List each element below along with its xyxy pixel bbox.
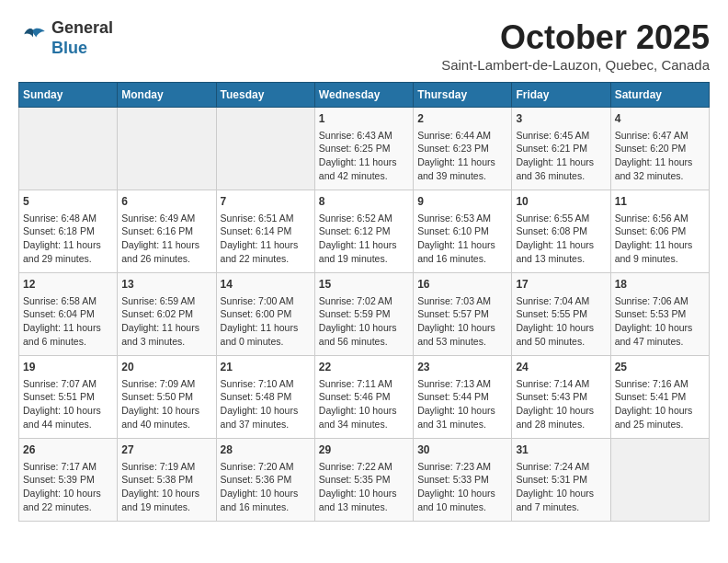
day-info: Daylight: 11 hours bbox=[23, 238, 113, 252]
day-info: Sunset: 5:33 PM bbox=[417, 473, 507, 487]
day-number: 17 bbox=[516, 277, 606, 293]
day-info: Sunrise: 7:02 AM bbox=[319, 294, 409, 308]
day-info: Sunrise: 6:43 AM bbox=[319, 129, 409, 143]
day-info: Sunset: 6:04 PM bbox=[23, 307, 113, 321]
day-info: Sunset: 6:02 PM bbox=[121, 307, 211, 321]
day-info: Sunset: 5:46 PM bbox=[319, 390, 409, 404]
day-info: Sunset: 6:00 PM bbox=[221, 307, 311, 321]
day-number: 3 bbox=[516, 111, 606, 127]
day-cell: 28Sunrise: 7:20 AMSunset: 5:36 PMDayligh… bbox=[216, 439, 314, 522]
day-number: 7 bbox=[221, 194, 311, 210]
day-number: 19 bbox=[23, 360, 113, 375]
week-row-3: 12Sunrise: 6:58 AMSunset: 6:04 PMDayligh… bbox=[19, 273, 710, 356]
day-info: Sunset: 5:59 PM bbox=[319, 307, 409, 321]
day-number: 28 bbox=[221, 442, 311, 458]
day-number: 14 bbox=[221, 277, 311, 293]
day-info: Daylight: 11 hours bbox=[516, 238, 606, 252]
day-info: and 56 minutes. bbox=[319, 335, 409, 349]
day-info: Sunset: 5:53 PM bbox=[615, 307, 705, 321]
day-cell: 11Sunrise: 6:56 AMSunset: 6:06 PMDayligh… bbox=[610, 190, 709, 273]
day-info: Sunrise: 6:53 AM bbox=[417, 212, 507, 225]
day-info: Daylight: 10 hours bbox=[615, 404, 705, 418]
day-info: Sunrise: 7:13 AM bbox=[417, 377, 507, 391]
day-info: Daylight: 10 hours bbox=[23, 404, 113, 418]
day-cell: 19Sunrise: 7:07 AMSunset: 5:51 PMDayligh… bbox=[19, 356, 118, 439]
day-info: Sunrise: 7:04 AM bbox=[516, 294, 606, 308]
day-info: Daylight: 11 hours bbox=[319, 238, 409, 252]
day-info: Sunrise: 6:58 AM bbox=[23, 294, 113, 308]
day-info: Daylight: 10 hours bbox=[23, 487, 113, 500]
day-info: Sunset: 5:57 PM bbox=[417, 307, 507, 321]
header-cell-tuesday: Tuesday bbox=[216, 83, 314, 108]
day-cell bbox=[216, 108, 314, 190]
logo-line1: General bbox=[51, 18, 113, 39]
header-row: SundayMondayTuesdayWednesdayThursdayFrid… bbox=[19, 83, 710, 108]
day-cell: 9Sunrise: 6:53 AMSunset: 6:10 PMDaylight… bbox=[414, 190, 512, 273]
day-number: 29 bbox=[319, 442, 409, 458]
day-info: Daylight: 10 hours bbox=[319, 404, 409, 418]
day-info: and 22 minutes. bbox=[23, 500, 113, 514]
day-info: Sunset: 5:48 PM bbox=[221, 390, 311, 404]
day-info: Sunrise: 7:09 AM bbox=[121, 377, 211, 391]
day-info: Sunrise: 7:19 AM bbox=[121, 460, 211, 474]
day-info: and 26 minutes. bbox=[121, 252, 211, 266]
day-info: Daylight: 10 hours bbox=[319, 321, 409, 335]
day-cell: 31Sunrise: 7:24 AMSunset: 5:31 PMDayligh… bbox=[512, 439, 610, 522]
day-info: Sunrise: 7:24 AM bbox=[516, 460, 606, 474]
day-cell: 7Sunrise: 6:51 AMSunset: 6:14 PMDaylight… bbox=[216, 190, 314, 273]
day-info: Daylight: 11 hours bbox=[221, 238, 311, 252]
day-cell: 12Sunrise: 6:58 AMSunset: 6:04 PMDayligh… bbox=[19, 273, 118, 356]
day-info: Daylight: 10 hours bbox=[221, 487, 311, 500]
day-cell bbox=[118, 108, 216, 190]
day-info: Sunrise: 6:52 AM bbox=[319, 212, 409, 225]
day-number: 20 bbox=[121, 360, 211, 375]
logo-line2: Blue bbox=[51, 39, 113, 59]
week-row-1: 1Sunrise: 6:43 AMSunset: 6:25 PMDaylight… bbox=[19, 108, 710, 190]
day-cell: 24Sunrise: 7:14 AMSunset: 5:43 PMDayligh… bbox=[512, 356, 610, 439]
day-number: 27 bbox=[121, 442, 211, 458]
day-info: Sunrise: 7:06 AM bbox=[615, 294, 705, 308]
day-info: Sunrise: 7:17 AM bbox=[23, 460, 113, 474]
day-info: Daylight: 10 hours bbox=[615, 321, 705, 335]
day-number: 10 bbox=[516, 194, 606, 210]
day-info: Daylight: 10 hours bbox=[516, 487, 606, 500]
day-cell: 27Sunrise: 7:19 AMSunset: 5:38 PMDayligh… bbox=[118, 439, 216, 522]
day-cell: 22Sunrise: 7:11 AMSunset: 5:46 PMDayligh… bbox=[314, 356, 413, 439]
day-info: and 19 minutes. bbox=[319, 252, 409, 266]
day-cell bbox=[19, 108, 118, 190]
day-info: Daylight: 10 hours bbox=[417, 487, 507, 500]
day-info: Daylight: 11 hours bbox=[23, 321, 113, 335]
day-info: Sunrise: 6:45 AM bbox=[516, 129, 606, 143]
day-info: and 29 minutes. bbox=[23, 252, 113, 266]
day-info: Sunrise: 7:11 AM bbox=[319, 377, 409, 391]
day-info: Sunrise: 6:44 AM bbox=[417, 129, 507, 143]
day-info: and 44 minutes. bbox=[23, 418, 113, 431]
day-info: Sunset: 5:39 PM bbox=[23, 473, 113, 487]
day-info: Sunrise: 7:07 AM bbox=[23, 377, 113, 391]
day-info: Daylight: 11 hours bbox=[121, 238, 211, 252]
day-cell: 2Sunrise: 6:44 AMSunset: 6:23 PMDaylight… bbox=[414, 108, 512, 190]
day-info: Sunrise: 7:14 AM bbox=[516, 377, 606, 391]
day-info: Sunset: 5:44 PM bbox=[417, 390, 507, 404]
day-number: 2 bbox=[417, 111, 507, 127]
day-info: and 10 minutes. bbox=[417, 500, 507, 514]
day-info: and 40 minutes. bbox=[121, 418, 211, 431]
day-info: Sunset: 6:20 PM bbox=[615, 142, 705, 155]
page-header: General Blue October 2025 Saint-Lambert-… bbox=[18, 18, 710, 73]
day-number: 22 bbox=[319, 360, 409, 375]
header-cell-friday: Friday bbox=[512, 83, 610, 108]
calendar-header: SundayMondayTuesdayWednesdayThursdayFrid… bbox=[19, 83, 710, 108]
day-info: Sunset: 5:31 PM bbox=[516, 473, 606, 487]
day-cell: 3Sunrise: 6:45 AMSunset: 6:21 PMDaylight… bbox=[512, 108, 610, 190]
day-info: Sunrise: 6:56 AM bbox=[615, 212, 705, 225]
day-info: Daylight: 11 hours bbox=[417, 238, 507, 252]
day-info: Sunset: 5:41 PM bbox=[615, 390, 705, 404]
day-info: Daylight: 11 hours bbox=[615, 238, 705, 252]
day-number: 8 bbox=[319, 194, 409, 210]
day-info: and 7 minutes. bbox=[516, 500, 606, 514]
header-cell-monday: Monday bbox=[118, 83, 216, 108]
day-number: 30 bbox=[417, 442, 507, 458]
day-info: Daylight: 10 hours bbox=[516, 321, 606, 335]
day-cell: 14Sunrise: 7:00 AMSunset: 6:00 PMDayligh… bbox=[216, 273, 314, 356]
day-cell: 15Sunrise: 7:02 AMSunset: 5:59 PMDayligh… bbox=[314, 273, 413, 356]
